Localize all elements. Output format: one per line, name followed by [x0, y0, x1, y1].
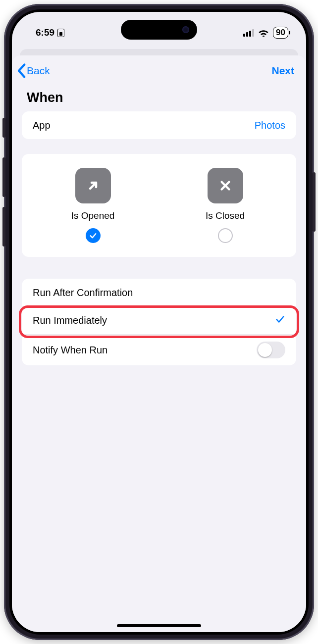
phone-frame: 6:59 90 Back: [4, 4, 314, 640]
side-button: [2, 157, 5, 197]
chevron-left-icon: [17, 63, 26, 78]
back-label: Back: [27, 65, 50, 77]
home-indicator[interactable]: [117, 624, 201, 627]
cellular-signal-icon: [243, 29, 254, 37]
front-camera: [182, 26, 189, 33]
battery-indicator: 90: [273, 27, 288, 39]
modal-sheet: Back Next When App Photos: [12, 55, 306, 632]
screen: 6:59 90 Back: [12, 12, 306, 632]
check-icon: [274, 314, 285, 327]
option-label: Run After Confirmation: [33, 287, 133, 298]
option-label: Notify When Run: [33, 345, 107, 356]
dynamic-island: [121, 20, 197, 40]
back-button[interactable]: Back: [17, 63, 50, 78]
x-icon: [208, 168, 243, 203]
tile-is-opened[interactable]: Is Opened: [32, 168, 154, 243]
option-run-after-confirmation[interactable]: Run After Confirmation: [22, 279, 296, 306]
app-selector-row[interactable]: App Photos: [22, 111, 296, 139]
sim-icon: [57, 29, 64, 37]
side-button: [2, 207, 5, 247]
option-label: Run Immediately: [33, 315, 107, 326]
tile-closed-label: Is Closed: [206, 210, 245, 221]
notify-toggle[interactable]: [257, 342, 285, 358]
side-button: [313, 172, 316, 232]
status-time: 6:59: [36, 27, 54, 38]
option-run-immediately[interactable]: Run Immediately: [22, 306, 296, 334]
tile-is-closed[interactable]: Is Closed: [164, 168, 286, 243]
wifi-icon: [258, 29, 269, 37]
phone-bezel: 6:59 90 Back: [9, 9, 309, 635]
app-row-value: Photos: [255, 120, 285, 131]
checkmark-icon: [89, 231, 98, 240]
run-options-card: Run After Confirmation Run Immediately N…: [22, 279, 296, 365]
option-notify-when-run: Notify When Run: [22, 334, 296, 365]
app-row-label: App: [33, 120, 51, 131]
arrow-out-icon: [75, 168, 111, 203]
side-button: [2, 118, 5, 138]
next-button[interactable]: Next: [271, 65, 294, 77]
trigger-state-tiles: Is Opened Is Closed: [22, 154, 296, 257]
radio-opened-selected[interactable]: [86, 228, 101, 243]
radio-closed-unselected[interactable]: [218, 228, 233, 243]
nav-bar: Back Next: [12, 55, 306, 86]
section-title: When: [12, 86, 306, 111]
tile-opened-label: Is Opened: [71, 210, 115, 221]
